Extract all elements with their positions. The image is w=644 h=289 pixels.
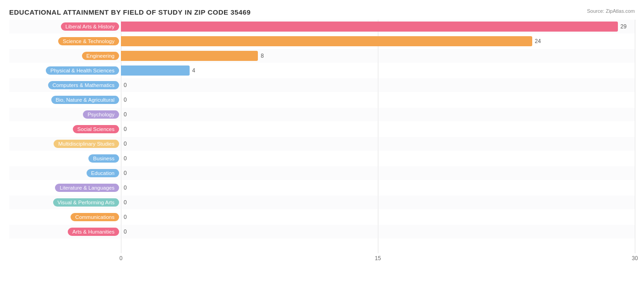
bar-row: Literature & Languages0 [9, 181, 635, 195]
bar-label-pill: Multidisciplinary Studies [54, 140, 119, 148]
bar-value-label: 0 [124, 155, 127, 162]
bar-track: 0 [121, 153, 635, 164]
bar-track: 24 [121, 36, 635, 46]
bar-track: 4 [121, 65, 635, 76]
bar-fill [121, 22, 618, 32]
x-axis-tick: 15 [375, 255, 381, 262]
chart-title: EDUCATIONAL ATTAINMENT BY FIELD OF STUDY… [9, 8, 635, 16]
bar-row: Engineering8 [9, 49, 635, 63]
bar-track: 0 [121, 95, 635, 105]
x-axis-tick: 30 [632, 255, 638, 262]
bar-label: Science & Technology [9, 37, 119, 45]
bar-label-pill: Physical & Health Sciences [46, 66, 119, 75]
bar-label: Physical & Health Sciences [9, 66, 119, 75]
bar-label: Liberal Arts & History [9, 22, 119, 31]
bar-label: Psychology [9, 110, 119, 119]
bar-row: Computers & Mathematics0 [9, 78, 635, 92]
bar-fill [121, 51, 258, 61]
bar-label-pill: Education [87, 169, 119, 177]
bar-label: Education [9, 169, 119, 177]
bars-section: Liberal Arts & History29Science & Techno… [9, 20, 635, 253]
bar-track: 0 [121, 212, 635, 222]
bar-value-label: 8 [261, 53, 264, 59]
bar-label: Social Sciences [9, 125, 119, 133]
bar-track: 0 [121, 197, 635, 207]
bar-label-pill: Arts & Humanities [68, 228, 119, 236]
bar-row: Science & Technology24 [9, 34, 635, 48]
bar-label-pill: Social Sciences [73, 125, 119, 133]
bar-label: Computers & Mathematics [9, 81, 119, 89]
bar-value-label: 4 [192, 67, 196, 74]
bar-label: Engineering [9, 52, 119, 60]
bar-row: Physical & Health Sciences4 [9, 64, 635, 77]
bar-track: 0 [121, 80, 635, 90]
bar-value-label: 24 [535, 38, 541, 44]
bar-label-pill: Bio, Nature & Agricultural [51, 96, 119, 104]
chart-container: EDUCATIONAL ATTAINMENT BY FIELD OF STUDY… [0, 0, 644, 289]
bar-row: Bio, Nature & Agricultural0 [9, 93, 635, 107]
bar-row: Multidisciplinary Studies0 [9, 137, 635, 151]
bar-fill [121, 36, 532, 46]
bar-row: Psychology0 [9, 108, 635, 121]
bar-track: 0 [121, 109, 635, 120]
bar-row: Education0 [9, 166, 635, 180]
bar-track: 0 [121, 183, 635, 193]
x-axis: 01530 [121, 253, 635, 267]
bar-label: Business [9, 154, 119, 163]
bar-value-label: 0 [124, 111, 127, 118]
bar-label-pill: Computers & Mathematics [48, 81, 120, 89]
bar-label-pill: Psychology [83, 110, 119, 119]
bar-label-pill: Literature & Languages [55, 184, 119, 192]
chart-area: Liberal Arts & History29Science & Techno… [9, 20, 635, 267]
bar-value-label: 0 [124, 97, 127, 103]
bar-row: Social Sciences0 [9, 122, 635, 136]
bar-row: Business0 [9, 152, 635, 165]
bar-fill [121, 65, 190, 76]
bar-label: Multidisciplinary Studies [9, 140, 119, 148]
bar-label-pill: Business [88, 154, 119, 163]
bar-value-label: 0 [124, 170, 127, 176]
x-axis-tick: 0 [120, 255, 123, 262]
bar-value-label: 0 [124, 82, 127, 88]
bar-label: Communications [9, 213, 119, 221]
bar-label: Arts & Humanities [9, 228, 119, 236]
bar-value-label: 0 [124, 185, 127, 191]
bar-row: Visual & Performing Arts0 [9, 196, 635, 209]
bar-label: Literature & Languages [9, 184, 119, 192]
bar-value-label: 0 [124, 229, 127, 235]
bar-value-label: 0 [124, 199, 127, 206]
bar-track: 0 [121, 168, 635, 178]
bar-label-pill: Engineering [82, 52, 119, 60]
bar-value-label: 29 [621, 23, 627, 30]
bar-value-label: 0 [124, 141, 127, 147]
bar-track: 0 [121, 139, 635, 149]
bar-label: Bio, Nature & Agricultural [9, 96, 119, 104]
bar-label-pill: Visual & Performing Arts [53, 198, 119, 207]
bar-track: 8 [121, 51, 635, 61]
bar-label-pill: Science & Technology [58, 37, 119, 45]
bar-track: 0 [121, 227, 635, 237]
bar-track: 29 [121, 22, 635, 32]
chart-source: Source: ZipAtlas.com [587, 8, 635, 14]
bar-value-label: 0 [124, 126, 127, 132]
bar-label-pill: Communications [71, 213, 119, 221]
bar-row: Communications0 [9, 210, 635, 224]
bar-track: 0 [121, 124, 635, 134]
bar-value-label: 0 [124, 214, 127, 220]
bar-label: Visual & Performing Arts [9, 198, 119, 207]
grid-line [635, 20, 635, 253]
bar-row: Arts & Humanities0 [9, 225, 635, 239]
bar-row: Liberal Arts & History29 [9, 20, 635, 33]
bar-label-pill: Liberal Arts & History [61, 22, 119, 31]
